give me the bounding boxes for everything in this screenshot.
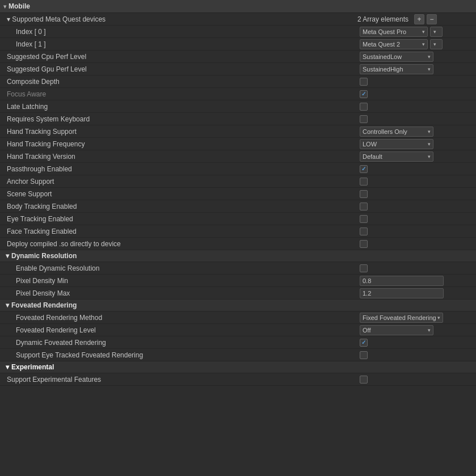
add-element-button[interactable]: + bbox=[414, 14, 424, 24]
experimental-rows: Support Experimental Features bbox=[0, 373, 476, 386]
dynamic-resolution-chevron bbox=[6, 252, 9, 260]
focus-aware-control bbox=[357, 90, 476, 98]
experimental-chevron bbox=[6, 363, 9, 371]
dynamic-resolution-rows: Enable Dynamic ResolutionPixel Density M… bbox=[0, 262, 476, 300]
passthrough-enabled-checkbox[interactable] bbox=[360, 165, 368, 173]
hand-tracking-version-label: Hand Tracking Version bbox=[0, 153, 357, 161]
remove-element-button[interactable]: − bbox=[427, 14, 437, 24]
scene-support-checkbox[interactable] bbox=[360, 190, 368, 198]
body-tracking-row: Body Tracking Enabled bbox=[0, 200, 476, 213]
dynamic-resolution-title: Dynamic Resolution bbox=[11, 252, 77, 260]
focus-aware-checkbox[interactable] bbox=[360, 90, 368, 98]
settings-panel: Mobile Supported Meta Quest devices 2 Ar… bbox=[0, 0, 476, 386]
index0-dropdown[interactable]: Meta Quest Pro ▾ bbox=[360, 27, 428, 37]
dynamic-foveated-checkbox[interactable] bbox=[360, 339, 368, 347]
foveated-level-arrow: ▾ bbox=[428, 327, 431, 333]
suggested-cpu-value: SustainedLow bbox=[363, 53, 427, 60]
supported-devices-chevron bbox=[7, 15, 10, 23]
supported-devices-row: Supported Meta Quest devices 2 Array ele… bbox=[0, 13, 476, 26]
deploy-so-control bbox=[357, 240, 476, 248]
scene-support-row: Scene Support bbox=[0, 188, 476, 200]
anchor-support-control bbox=[357, 178, 476, 186]
support-experimental-row: Support Experimental Features bbox=[0, 373, 476, 386]
body-tracking-label: Body Tracking Enabled bbox=[0, 203, 357, 210]
foveated-rendering-chevron bbox=[6, 301, 9, 309]
late-latching-control bbox=[357, 103, 476, 111]
support-experimental-control bbox=[357, 376, 476, 384]
focus-aware-row: Focus Aware bbox=[0, 88, 476, 100]
hand-tracking-version-row: Hand Tracking VersionDefault▾ bbox=[0, 150, 476, 163]
supported-devices-label: Supported Meta Quest devices bbox=[12, 15, 106, 23]
foveated-level-dropdown[interactable]: Off▾ bbox=[360, 325, 433, 335]
scene-support-label: Scene Support bbox=[0, 190, 357, 198]
deploy-so-row: Deploy compiled .so directly to device bbox=[0, 238, 476, 250]
index1-value: Meta Quest 2 bbox=[363, 41, 421, 48]
pixel-density-min-row: Pixel Density Min bbox=[0, 275, 476, 287]
suggested-cpu-dropdown[interactable]: SustainedLow▾ bbox=[360, 52, 433, 62]
index0-row: Index [ 0 ] Meta Quest Pro ▾ ▾ bbox=[0, 26, 476, 38]
index1-extra-arrow: ▾ bbox=[433, 41, 436, 47]
deploy-so-checkbox[interactable] bbox=[360, 240, 368, 248]
index1-dropdown[interactable]: Meta Quest 2 ▾ bbox=[360, 39, 428, 49]
passthrough-enabled-label: Passthrough Enabled bbox=[0, 165, 357, 173]
hand-tracking-frequency-dropdown[interactable]: LOW▾ bbox=[360, 139, 433, 149]
support-experimental-label: Support Experimental Features bbox=[0, 376, 357, 384]
eye-tracked-foveated-label: Support Eye Tracked Foveated Rendering bbox=[0, 351, 357, 359]
suggested-cpu-arrow: ▾ bbox=[428, 54, 431, 60]
hand-tracking-support-dropdown[interactable]: Controllers Only▾ bbox=[360, 127, 433, 137]
hand-tracking-support-control: Controllers Only▾ bbox=[357, 127, 476, 137]
support-experimental-checkbox[interactable] bbox=[360, 376, 368, 384]
dynamic-foveated-row: Dynamic Foveated Rendering bbox=[0, 336, 476, 349]
face-tracking-checkbox[interactable] bbox=[360, 228, 368, 235]
late-latching-row: Late Latching bbox=[0, 100, 476, 113]
suggested-gpu-dropdown[interactable]: SustainedHigh▾ bbox=[360, 64, 433, 74]
eye-tracking-checkbox[interactable] bbox=[360, 215, 368, 223]
hand-tracking-support-value: Controllers Only bbox=[363, 128, 427, 135]
pixel-density-min-control bbox=[357, 276, 476, 286]
index1-arrow: ▾ bbox=[422, 41, 425, 47]
focus-aware-label: Focus Aware bbox=[0, 90, 357, 98]
foveated-rendering-header[interactable]: Foveated Rendering bbox=[0, 300, 476, 311]
foveated-method-arrow: ▾ bbox=[437, 315, 440, 321]
foveated-method-value: Fixed Foveated Rendering bbox=[363, 314, 436, 321]
eye-tracking-row: Eye Tracking Enabled bbox=[0, 213, 476, 225]
index0-arrow: ▾ bbox=[422, 29, 425, 35]
dynamic-foveated-label: Dynamic Foveated Rendering bbox=[0, 339, 357, 347]
hand-tracking-frequency-arrow: ▾ bbox=[428, 141, 431, 147]
requires-keyboard-control bbox=[357, 115, 476, 123]
foveated-method-label: Foveated Rendering Method bbox=[0, 314, 357, 322]
late-latching-label: Late Latching bbox=[0, 103, 357, 111]
scene-support-control bbox=[357, 190, 476, 198]
requires-keyboard-checkbox[interactable] bbox=[360, 115, 368, 123]
enable-dynamic-res-checkbox[interactable] bbox=[360, 264, 368, 272]
pixel-density-min-input[interactable] bbox=[360, 276, 444, 286]
body-tracking-checkbox[interactable] bbox=[360, 203, 368, 210]
index1-extra-dropdown[interactable]: ▾ bbox=[430, 39, 443, 49]
composite-depth-control bbox=[357, 78, 476, 86]
late-latching-checkbox[interactable] bbox=[360, 103, 368, 111]
foveated-method-dropdown[interactable]: Fixed Foveated Rendering▾ bbox=[360, 313, 443, 323]
pixel-density-max-input[interactable] bbox=[360, 288, 444, 298]
experimental-header[interactable]: Experimental bbox=[0, 361, 476, 373]
mobile-section-header[interactable]: Mobile bbox=[0, 0, 476, 13]
hand-tracking-frequency-control: LOW▾ bbox=[357, 139, 476, 149]
eye-tracking-label: Eye Tracking Enabled bbox=[0, 215, 357, 223]
anchor-support-checkbox[interactable] bbox=[360, 178, 368, 186]
index1-control: Meta Quest 2 ▾ ▾ bbox=[357, 39, 476, 49]
enable-dynamic-res-label: Enable Dynamic Resolution bbox=[0, 264, 357, 272]
dynamic-foveated-control bbox=[357, 339, 476, 347]
foveated-level-row: Foveated Rendering LevelOff▾ bbox=[0, 324, 476, 336]
composite-depth-checkbox[interactable] bbox=[360, 78, 368, 86]
index0-extra-dropdown[interactable]: ▾ bbox=[430, 27, 443, 37]
main-rows: Suggested Cpu Perf LevelSustainedLow▾Sug… bbox=[0, 50, 476, 250]
suggested-gpu-arrow: ▾ bbox=[428, 66, 431, 72]
composite-depth-label: Composite Depth bbox=[0, 78, 357, 86]
dynamic-resolution-header[interactable]: Dynamic Resolution bbox=[0, 250, 476, 262]
requires-keyboard-label: Requires System Keyboard bbox=[0, 115, 357, 123]
requires-keyboard-row: Requires System Keyboard bbox=[0, 113, 476, 125]
eye-tracked-foveated-checkbox[interactable] bbox=[360, 351, 368, 359]
foveated-rendering-title: Foveated Rendering bbox=[11, 301, 77, 309]
hand-tracking-version-dropdown[interactable]: Default▾ bbox=[360, 151, 433, 162]
foveated-level-control: Off▾ bbox=[357, 325, 476, 335]
hand-tracking-version-arrow: ▾ bbox=[428, 154, 431, 159]
